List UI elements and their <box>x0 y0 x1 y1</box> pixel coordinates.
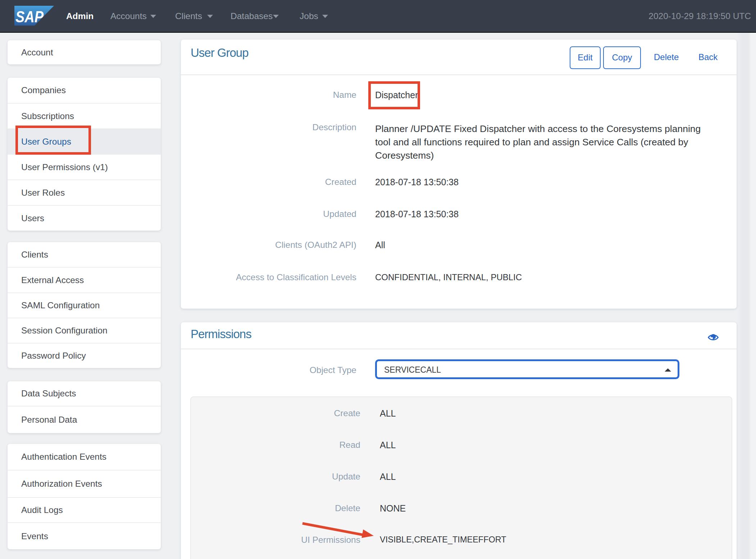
svg-text:SAP: SAP <box>15 8 44 26</box>
